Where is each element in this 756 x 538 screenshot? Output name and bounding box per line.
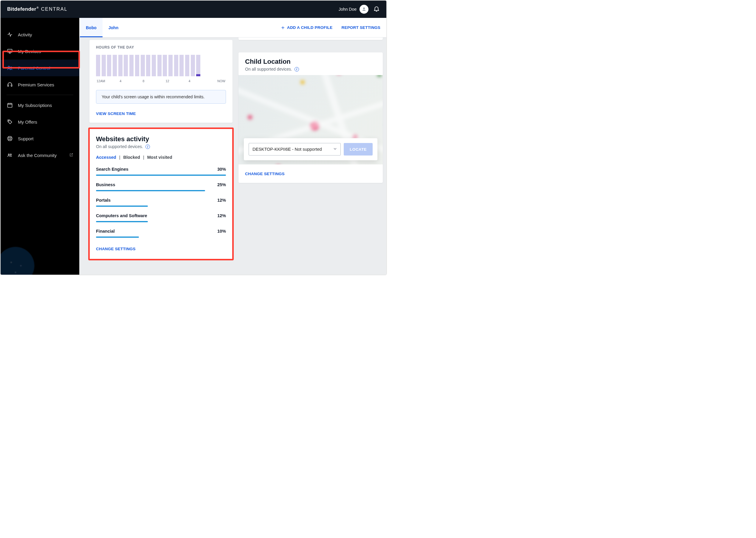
category-bar <box>96 175 226 176</box>
category-pct: 12% <box>217 198 226 202</box>
sidebar-item-my-subscriptions[interactable]: My Subscriptions <box>1 97 79 114</box>
websites-categories: Search Engines30%Business25%Portals12%Co… <box>96 167 226 238</box>
report-settings-button[interactable]: REPORT SETTINGS <box>341 25 380 30</box>
sidebar: Activity My Devices Parental Control Pre… <box>1 18 79 275</box>
sidebar-item-label: My Subscriptions <box>18 103 52 108</box>
svg-point-9 <box>8 154 10 155</box>
hod-bar <box>102 55 106 76</box>
hod-bar <box>174 55 178 76</box>
websites-segment-accessed[interactable]: Accessed <box>96 155 116 160</box>
websites-title: Websites activity <box>96 135 226 143</box>
websites-segment-blocked[interactable]: Blocked <box>123 155 140 160</box>
svg-point-1 <box>8 66 10 68</box>
notifications-button[interactable] <box>373 5 380 13</box>
partial-card-bottom <box>239 37 383 40</box>
hod-axis-tick: 12AM <box>96 79 120 83</box>
sidebar-item-label: Premium Services <box>18 82 54 87</box>
hod-axis-tick: 8 <box>143 79 165 83</box>
hod-axis: 12AM48124NOW <box>96 79 226 83</box>
device-locate-panel: DESKTOP-KKPII6E - Not supported LOCATE <box>244 138 378 160</box>
locate-button[interactable]: LOCATE <box>344 143 373 155</box>
category-name: Search Engines <box>96 167 129 172</box>
hod-bar <box>157 55 162 76</box>
screen-time-card: HOURS OF THE DAY 12AM48124NOW Your child… <box>89 40 233 123</box>
svg-point-8 <box>9 137 11 140</box>
sidebar-item-label: Activity <box>18 32 32 37</box>
category-row: Search Engines30% <box>96 167 226 176</box>
svg-point-6 <box>9 121 9 121</box>
websites-change-settings-link[interactable]: CHANGE SETTINGS <box>96 247 136 251</box>
calendar-icon <box>7 102 13 108</box>
category-name: Financial <box>96 229 115 234</box>
category-bar <box>96 237 226 238</box>
tab-bobo[interactable]: Bobo <box>80 18 102 37</box>
brand-name: Bitdefender <box>7 6 36 12</box>
tabsbar: Bobo John ADD A CHILD PROFILE REPORT SET… <box>79 18 386 37</box>
sidebar-item-premium-services[interactable]: Premium Services <box>1 76 79 93</box>
info-icon[interactable]: i <box>295 67 299 72</box>
avatar[interactable] <box>360 5 369 14</box>
category-pct: 30% <box>217 167 226 172</box>
report-settings-label: REPORT SETTINGS <box>341 25 380 30</box>
location-change-settings-link[interactable]: CHANGE SETTINGS <box>245 172 285 176</box>
sidebar-item-parental-control[interactable]: Parental Control <box>1 60 79 76</box>
hod-bar <box>146 55 150 76</box>
hod-bar <box>196 55 200 76</box>
websites-segment: Accessed|Blocked|Most visited <box>96 155 226 160</box>
websites-subtitle: On all supported devices. <box>96 144 143 149</box>
websites-segment-most-visited[interactable]: Most visited <box>147 155 172 160</box>
svg-rect-4 <box>11 85 12 86</box>
svg-rect-0 <box>8 49 12 52</box>
device-select[interactable]: DESKTOP-KKPII6E - Not supported <box>249 143 341 155</box>
hod-bar <box>113 55 117 76</box>
category-name: Computers and Software <box>96 213 147 218</box>
segment-separator: | <box>143 155 144 160</box>
category-row: Business25% <box>96 182 226 191</box>
category-row: Financial10% <box>96 229 226 238</box>
category-pct: 10% <box>217 229 226 234</box>
location-title: Child Location <box>245 58 376 66</box>
svg-rect-3 <box>8 85 9 86</box>
hod-bar <box>185 55 189 76</box>
category-pct: 12% <box>217 213 226 218</box>
device-select-value: DESKTOP-KKPII6E - Not supported <box>253 147 322 152</box>
hod-bar <box>141 55 145 76</box>
hours-of-day-chart <box>96 53 226 76</box>
hod-bar <box>179 55 184 76</box>
sidebar-item-label: My Offers <box>18 120 37 125</box>
location-map[interactable]: DESKTOP-KKPII6E - Not supported LOCATE <box>239 75 383 164</box>
category-pct: 25% <box>217 182 226 187</box>
hod-bar <box>152 55 156 76</box>
tab-label: John <box>108 25 118 30</box>
sidebar-item-activity[interactable]: Activity <box>1 26 79 43</box>
lifebuoy-icon <box>7 135 13 142</box>
sidebar-item-label: My Devices <box>18 49 41 54</box>
svg-rect-5 <box>8 103 12 107</box>
add-child-profile-button[interactable]: ADD A CHILD PROFILE <box>280 25 333 30</box>
sidebar-item-ask-community[interactable]: Ask the Community <box>1 147 79 164</box>
hod-axis-tick: 4 <box>120 79 143 83</box>
topbar: Bitdefender® CENTRAL John Doe <box>1 1 386 18</box>
tag-icon <box>7 119 13 125</box>
tab-john[interactable]: John <box>102 18 124 37</box>
view-screen-time-link[interactable]: VIEW SCREEN TIME <box>96 111 136 116</box>
user-name[interactable]: John Doe <box>339 7 357 12</box>
hod-bar <box>135 55 139 76</box>
hod-bar <box>191 55 195 76</box>
globe-decoration <box>0 245 42 275</box>
category-row: Portals12% <box>96 198 226 207</box>
hod-axis-tick: 12 <box>165 79 188 83</box>
info-icon[interactable]: i <box>145 144 150 149</box>
hod-bar <box>163 55 167 76</box>
sidebar-item-my-devices[interactable]: My Devices <box>1 43 79 60</box>
plus-icon <box>280 25 285 30</box>
hod-bar <box>96 55 100 76</box>
websites-activity-card: Websites activity On all supported devic… <box>89 129 233 259</box>
category-name: Portals <box>96 198 111 202</box>
sidebar-item-support[interactable]: Support <box>1 130 79 147</box>
hod-bar <box>124 55 128 76</box>
sidebar-item-my-offers[interactable]: My Offers <box>1 114 79 130</box>
screen-time-banner: Your child's screen usage is within reco… <box>96 90 226 104</box>
monitor-icon <box>7 48 13 55</box>
category-bar <box>96 221 226 222</box>
